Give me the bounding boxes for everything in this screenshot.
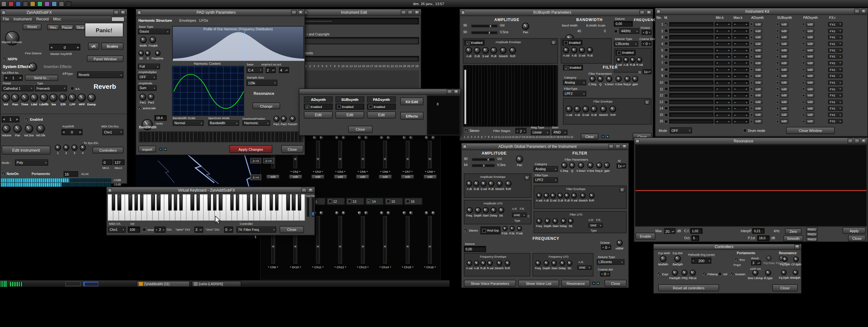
- close-icon[interactable]: ✕: [622, 144, 627, 149]
- expr-checkbox[interactable]: [657, 272, 661, 276]
- stages-spinner[interactable]: 1x▴▾: [617, 164, 626, 169]
- kit-subsynth-enable[interactable]: [776, 81, 779, 84]
- channel-edit-button[interactable]: edit: [401, 174, 414, 179]
- kit-adsynth-enable[interactable]: [750, 114, 753, 117]
- page-tab-icon[interactable]: [602, 135, 605, 138]
- bwdpth-knob[interactable]: [793, 270, 798, 275]
- kit-adsynth-edit-button[interactable]: edit: [754, 41, 763, 46]
- kit-mink-field[interactable]: ◂▸: [714, 93, 731, 98]
- kit-subsynth-edit-button[interactable]: edit: [780, 54, 788, 59]
- p-st-knob[interactable]: [509, 226, 515, 231]
- kit-padsynth-enable[interactable]: [802, 55, 805, 58]
- kit-fx-select[interactable]: FX1: [828, 106, 842, 111]
- channel-prev[interactable]: ◂: [402, 170, 404, 173]
- titlebar[interactable]: Controllers ✕: [654, 244, 801, 250]
- kit-adsynth-edit-button[interactable]: edit: [754, 113, 763, 117]
- kit-mink-field[interactable]: ◂▸: [714, 28, 731, 33]
- kit-padsynth-edit-button[interactable]: edit: [806, 61, 814, 65]
- r-dt-knob[interactable]: [491, 47, 497, 54]
- a-val-knob[interactable]: [566, 106, 572, 112]
- close-icon[interactable]: ✕: [794, 244, 800, 249]
- master-keyshift-spinner[interactable]: ◀0▶: [49, 44, 80, 51]
- bw-scale-select[interactable]: Normal: [173, 120, 204, 125]
- panel-app-icon[interactable]: [44, 1, 50, 6]
- category-select[interactable]: Analog: [563, 80, 586, 85]
- channel-fader[interactable]: [316, 216, 320, 264]
- freq-tr-knob[interactable]: [624, 76, 630, 82]
- engine-edit-button[interactable]: Edit: [367, 112, 396, 119]
- part-enabled-row[interactable]: Enabled: [25, 118, 43, 121]
- kit-padsynth-edit-button[interactable]: edit: [806, 67, 814, 72]
- kit-fx-select[interactable]: FX1: [828, 61, 842, 65]
- stretch-knob[interactable]: [500, 47, 507, 54]
- kit-padsynth-edit-button[interactable]: edit: [806, 113, 814, 117]
- kit-maxk-field[interactable]: ◂▸: [733, 54, 749, 59]
- channel-fader[interactable]: [428, 141, 432, 169]
- channel-prev[interactable]: ◂: [313, 170, 314, 173]
- as-checkbox[interactable]: [70, 87, 74, 90]
- time-knob[interactable]: [21, 94, 29, 102]
- magtype-select[interactable]: Linear: [531, 130, 550, 135]
- kit-mute-checkbox[interactable]: [664, 107, 668, 111]
- ampmode-select[interactable]: Sum: [138, 85, 157, 91]
- sys-effect-spinner[interactable]: ◀1▶: [4, 75, 23, 81]
- a-dt-knob[interactable]: [466, 47, 472, 54]
- relbw-knob[interactable]: [617, 240, 623, 246]
- kit-maxk-field[interactable]: ◂▸: [733, 81, 749, 85]
- kit-mink-field[interactable]: ◂▸: [714, 119, 731, 124]
- pwheel-spinner[interactable]: ◂200▸: [691, 258, 711, 264]
- panel-app-icon[interactable]: [51, 1, 57, 6]
- damp-knob[interactable]: [87, 94, 96, 102]
- kit-padsynth-edit-button[interactable]: edit: [806, 119, 814, 124]
- kit-mink-field[interactable]: ◂▸: [714, 74, 731, 78]
- part-tab-check[interactable]: [406, 199, 410, 203]
- titlebar[interactable]: Instrument Kit – ✕: [655, 8, 867, 15]
- part-tab-13[interactable]: 13: [346, 198, 364, 205]
- s-val-knob[interactable]: [480, 181, 487, 187]
- piano-black-key[interactable]: [179, 195, 183, 210]
- d-val-knob[interactable]: [551, 193, 556, 198]
- bandwidth-value-field[interactable]: 18.4: [154, 115, 166, 121]
- freq-knob[interactable]: [467, 207, 473, 213]
- filter-enabled-checkbox[interactable]: [564, 66, 568, 70]
- kit-subsynth-edit-button[interactable]: edit: [780, 87, 788, 91]
- strip-knob[interactable]: [364, 135, 369, 140]
- piano-black-key[interactable]: [151, 195, 155, 210]
- kit-padsynth-edit-button[interactable]: edit: [806, 87, 814, 91]
- kit-mute-checkbox[interactable]: [664, 35, 668, 39]
- kit-padsynth-enable[interactable]: [802, 88, 805, 90]
- a-val-knob[interactable]: [563, 47, 569, 53]
- kit-adsynth-edit-button[interactable]: edit: [754, 28, 763, 33]
- minimize-button[interactable]: –: [608, 144, 614, 149]
- a-val-knob[interactable]: [616, 57, 621, 63]
- channel-fader[interactable]: [406, 141, 409, 169]
- filtertype-select[interactable]: LPF2: [533, 177, 558, 183]
- spectrum-mode-select[interactable]: Bandwidth: [208, 120, 239, 125]
- kit-fx-select[interactable]: FX1: [828, 67, 842, 72]
- fq-dpth-knob[interactable]: [782, 257, 787, 262]
- start-select[interactable]: RND: [552, 130, 567, 135]
- kit-adsynth-enable[interactable]: [750, 55, 753, 58]
- kit-padsynth-enable[interactable]: [802, 36, 805, 39]
- kit-mink-field[interactable]: ◂▸: [714, 100, 731, 104]
- lfo-type-select[interactable]: SINE: [588, 223, 603, 228]
- kit-subsynth-enable[interactable]: [776, 94, 779, 97]
- part-spinner[interactable]: ◀1▶: [2, 116, 20, 122]
- page-tab-icon[interactable]: [160, 148, 162, 151]
- channel-next[interactable]: ▸: [390, 265, 391, 268]
- depth-knob[interactable]: [544, 260, 549, 266]
- r-dt-knob[interactable]: [480, 260, 486, 266]
- channel-edit-button[interactable]: edit: [289, 174, 302, 179]
- start-knob[interactable]: [483, 207, 489, 213]
- drum-mode-checkbox[interactable]: [743, 128, 747, 132]
- close-icon[interactable]: ✕: [298, 10, 303, 15]
- pan-knob[interactable]: [11, 94, 20, 102]
- max-spinner[interactable]: 20.▴▾: [664, 228, 676, 234]
- str-knob[interactable]: [568, 218, 574, 224]
- prp-rate-knob[interactable]: [766, 256, 772, 261]
- cf-field[interactable]: 1,02: [690, 228, 702, 234]
- kit-subsynth-enable[interactable]: [776, 68, 779, 71]
- strip-knob[interactable]: [319, 135, 324, 140]
- start-knob[interactable]: [553, 218, 558, 224]
- close-icon[interactable]: ✕: [120, 10, 125, 15]
